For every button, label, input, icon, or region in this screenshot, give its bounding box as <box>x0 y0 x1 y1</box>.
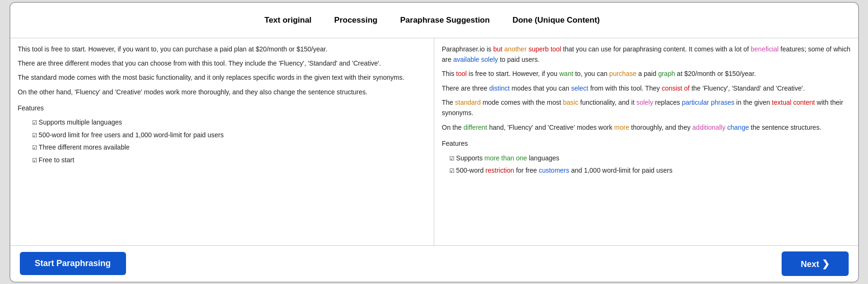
right-para-5: On the different hand, 'Fluency' and 'Cr… <box>442 122 851 133</box>
right-para-4: The standard mode comes with the most ba… <box>442 97 851 118</box>
next-arrow-icon: ❯ <box>822 259 830 269</box>
step-processing-label: Processing <box>325 9 391 31</box>
step-paraphrase: Paraphrase Suggestion <box>391 9 503 31</box>
step-done: Done (Unique Content) <box>503 9 613 31</box>
step-text-original-label: Text original <box>255 9 325 31</box>
left-features-list: Supports multiple languages 500-word lim… <box>32 117 427 165</box>
list-item: 500-word restriction for free customers … <box>449 165 851 175</box>
step-text-original: Text original <box>255 9 325 31</box>
step-paraphrase-label: Paraphrase Suggestion <box>391 9 503 31</box>
step-done-label: Done (Unique Content) <box>503 9 613 31</box>
footer: Start Paraphrasing Next ❯ <box>10 245 858 282</box>
main-content: This tool is free to start. However, if … <box>10 38 858 245</box>
left-para-3: The standard mode comes with the most ba… <box>18 72 427 83</box>
right-para-2: This tool is free to start. However, if … <box>442 68 851 79</box>
left-para-2: There are three different modes that you… <box>18 58 427 68</box>
list-item: Free to start <box>32 155 427 165</box>
step-processing: Processing <box>325 9 391 31</box>
list-item: Supports multiple languages <box>32 117 427 127</box>
main-container: Text original Processing Paraphrase Sugg… <box>9 2 859 283</box>
left-features-title: Features <box>18 103 427 113</box>
right-features-title: Features <box>442 138 851 149</box>
right-panel[interactable]: Paraphraser.io is but another superb too… <box>434 38 858 245</box>
right-para-1: Paraphraser.io is but another superb too… <box>442 44 851 65</box>
start-paraphrasing-button[interactable]: Start Paraphrasing <box>20 252 126 275</box>
right-features-list: Supports more than one languages 500-wor… <box>449 153 851 176</box>
right-para-3: There are three distinct modes that you … <box>442 83 851 93</box>
list-item: Supports more than one languages <box>449 153 851 163</box>
list-item: Three different mores available <box>32 142 427 152</box>
next-label: Next <box>801 259 819 269</box>
left-para-4: On the other hand, 'Fluency' and 'Creati… <box>18 87 427 97</box>
left-panel[interactable]: This tool is free to start. However, if … <box>10 38 435 245</box>
list-item: 500-word limit for free users and 1,000 … <box>32 130 427 140</box>
left-para-1: This tool is free to start. However, if … <box>18 44 427 54</box>
next-button[interactable]: Next ❯ <box>782 251 848 276</box>
progress-bar: Text original Processing Paraphrase Sugg… <box>10 3 858 38</box>
